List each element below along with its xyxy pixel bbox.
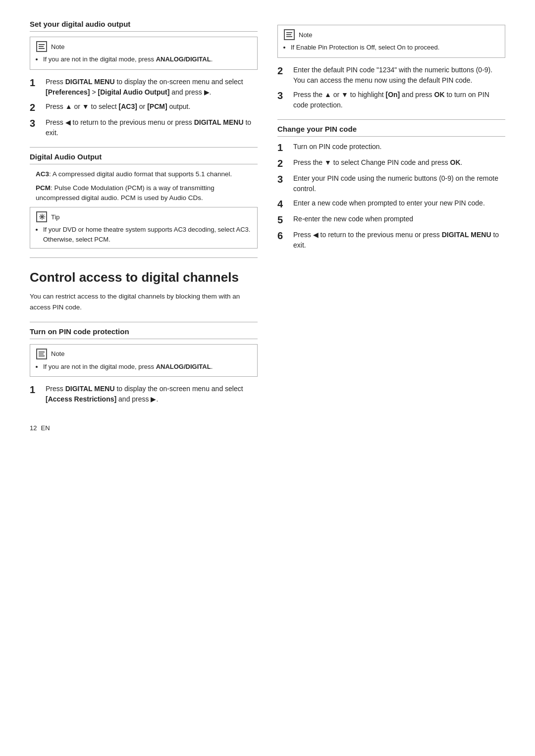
- step-text-3-1: Press DIGITAL MENU to display the on-scr…: [46, 384, 258, 404]
- note-item-1: If you are not in the digital mode, pres…: [43, 54, 251, 64]
- tip-box-1: ✳ Tip If your DVD or home theatre system…: [30, 207, 258, 249]
- page-footer: 12 EN: [30, 424, 258, 432]
- digital-menu-bold-2: DIGITAL MENU: [194, 118, 244, 126]
- page-number: 12: [30, 424, 37, 432]
- note-header-2: Note: [36, 349, 251, 359]
- tip-star-icon: ✳: [36, 211, 47, 222]
- note-header-right-1: Note: [284, 29, 499, 40]
- step-1-3: 3 Press ◀ to return to the previous menu…: [30, 117, 258, 138]
- note-line: [39, 355, 45, 356]
- step-r2-6: 6 Press ◀ to return to the previous menu…: [277, 230, 505, 251]
- note-bold-1: ANALOG/DIGITAL: [156, 55, 211, 63]
- step-r2-4: 4 Enter a new code when prompted to ente…: [277, 198, 505, 210]
- note-item-2: If you are not in the digital mode, pres…: [43, 362, 251, 372]
- step-text-r-2: Enter the default PIN code "1234" with t…: [293, 65, 505, 86]
- step-r2-5: 5 Re-enter the new code when prompted: [277, 214, 505, 226]
- note-icon-1: [36, 41, 47, 52]
- note-line: [39, 48, 45, 49]
- main-title: Control access to digital channels: [30, 270, 258, 285]
- note-line: [39, 46, 44, 47]
- tip-header-1: ✳ Tip: [36, 211, 251, 222]
- step-r-3: 3 Press the ▲ or ▼ to highlight [On] and…: [277, 90, 505, 110]
- section3-sub-title: Turn on PIN code protection: [30, 327, 258, 339]
- divider-right-1: [277, 119, 505, 120]
- note-box-2: Note If you are not in the digital mode,…: [30, 344, 258, 377]
- step-text-r-3: Press the ▲ or ▼ to highlight [On] and p…: [293, 90, 505, 110]
- steps-list-1: 1 Press DIGITAL MENU to display the on-s…: [30, 77, 258, 138]
- analog-digital-bold-2: ANALOG/DIGITAL: [156, 363, 211, 370]
- step-r2-2: 2 Press the ▼ to select Change PIN code …: [277, 157, 505, 169]
- note-line: [286, 36, 292, 37]
- access-bold: [Access Restrictions]: [46, 395, 116, 403]
- ok-bold-2: OK: [450, 158, 461, 166]
- step-r-2: 2 Enter the default PIN code "1234" with…: [277, 65, 505, 86]
- step-r2-1: 1 Turn on PIN code protection.: [277, 142, 505, 153]
- step-text-r2-1: Turn on PIN code protection.: [293, 142, 505, 152]
- step-text-r2-4: Enter a new code when prompted to enter …: [293, 198, 505, 208]
- step-text-1-1: Press DIGITAL MENU to display the on-scr…: [46, 77, 258, 98]
- note-item-right-1: If Enable Pin Protection is Off, select …: [291, 43, 499, 52]
- note-line: [39, 44, 45, 45]
- note-icon-right-1: [284, 29, 295, 40]
- step-num-1-1: 1: [30, 77, 40, 89]
- divider-1: [30, 147, 258, 148]
- step-3-1: 1 Press DIGITAL MENU to display the on-s…: [30, 384, 258, 404]
- digital-menu-bold-3: DIGITAL MENU: [65, 385, 115, 393]
- step-text-r2-3: Enter your PIN code using the numeric bu…: [293, 173, 505, 194]
- body-text-1: You can restrict access to the digital c…: [30, 291, 258, 312]
- ok-bold-1: OK: [434, 91, 445, 99]
- tip-label: Tip: [51, 213, 60, 221]
- right-column: Note If Enable Pin Protection is Off, se…: [277, 20, 505, 432]
- step-num-r2-4: 4: [277, 198, 287, 210]
- note-box-right-1: Note If Enable Pin Protection is Off, se…: [277, 25, 505, 58]
- note-list-2: If you are not in the digital mode, pres…: [43, 362, 251, 372]
- step-1-1: 1 Press DIGITAL MENU to display the on-s…: [30, 77, 258, 98]
- step-num-r-3: 3: [277, 90, 287, 101]
- divider-2: [30, 257, 258, 258]
- step-num-1-2: 2: [30, 101, 40, 113]
- left-column: Set your digital audio output Note If yo…: [30, 20, 258, 432]
- note-line: [39, 352, 45, 353]
- note-icon-lines-right-1: [286, 32, 292, 37]
- page-layout: Set your digital audio output Note If yo…: [30, 20, 505, 432]
- note-icon-lines-1: [39, 44, 45, 49]
- note-line: [286, 32, 292, 33]
- prefs-bold: [Preferences]: [46, 88, 90, 96]
- tip-star-char: ✳: [39, 212, 45, 222]
- change-pin-title: Change your PIN code: [277, 125, 505, 137]
- ac3-term: AC3: [36, 170, 49, 178]
- step-num-3-1: 1: [30, 384, 40, 396]
- pcm-desc: : Pulse Code Modulation (PCM) is a way o…: [36, 184, 214, 202]
- step-text-1-2: Press ▲ or ▼ to select [AC3] or [PCM] ou…: [46, 101, 258, 112]
- note-line: [286, 34, 291, 35]
- page-lang: EN: [41, 424, 50, 432]
- note-list-right-1: If Enable Pin Protection is Off, select …: [291, 43, 499, 52]
- step-r2-3: 3 Enter your PIN code using the numeric …: [277, 173, 505, 194]
- step-num-r2-1: 1: [277, 142, 287, 153]
- note-icon-2: [36, 349, 47, 359]
- note-label-1: Note: [51, 43, 64, 50]
- ac3-desc: : A compressed digital audio format that…: [49, 170, 232, 178]
- steps-right-2: 1 Turn on PIN code protection. 2 Press t…: [277, 142, 505, 251]
- step-text-r2-5: Re-enter the new code when prompted: [293, 214, 505, 224]
- step-text-1-3: Press ◀ to return to the previous menu o…: [46, 117, 258, 138]
- note-list-1: If you are not in the digital mode, pres…: [43, 54, 251, 64]
- definition-pcm: PCM: Pulse Code Modulation (PCM) is a wa…: [36, 183, 258, 203]
- tip-item-1: If your DVD or home theatre system suppo…: [43, 225, 251, 244]
- ac3-bold: [AC3]: [119, 102, 137, 110]
- definition-ac3: AC3: A compressed digital audio format t…: [36, 169, 258, 179]
- pcm-bold: [PCM]: [147, 102, 167, 110]
- note-icon-lines-2: [39, 352, 45, 356]
- digital-menu-bold-r: DIGITAL MENU: [442, 231, 491, 239]
- note-line: [39, 353, 44, 354]
- digital-menu-bold: DIGITAL MENU: [65, 78, 115, 86]
- steps-right-1: 2 Enter the default PIN code "1234" with…: [277, 65, 505, 110]
- pcm-term: PCM: [36, 184, 51, 192]
- step-text-r2-2: Press the ▼ to select Change PIN code an…: [293, 157, 505, 168]
- dao-bold: [Digital Audio Output]: [98, 88, 169, 96]
- step-num-r2-6: 6: [277, 230, 287, 242]
- steps-list-3: 1 Press DIGITAL MENU to display the on-s…: [30, 384, 258, 404]
- note-header-1: Note: [36, 41, 251, 52]
- tip-list: If your DVD or home theatre system suppo…: [43, 225, 251, 244]
- section2-title: Digital Audio Output: [30, 152, 258, 164]
